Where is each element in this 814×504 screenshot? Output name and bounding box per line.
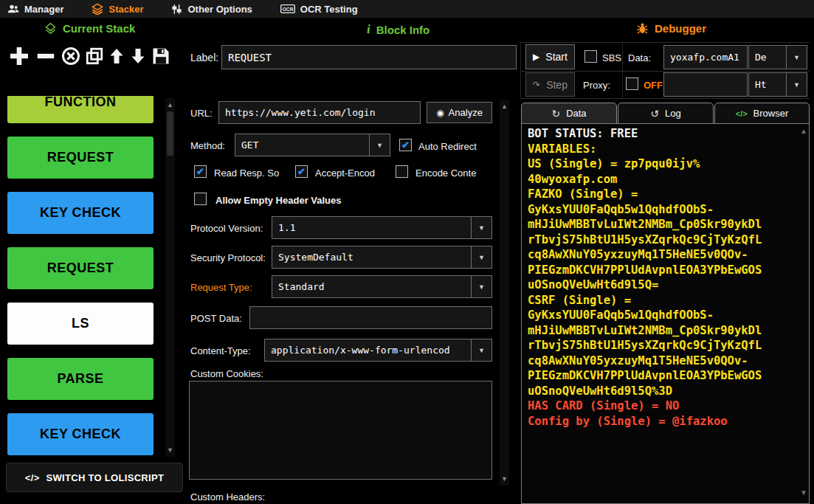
console-line: FAZKO (Single) =: [528, 187, 803, 202]
method-value: GET: [235, 134, 369, 156]
request-type-value: Standard: [272, 276, 471, 297]
console-line: rTbvjS75hBtU1H5ysXZqrkQc9CjTyKzQfL: [528, 338, 803, 353]
plus-icon: [7, 44, 31, 68]
menu-item-manager[interactable]: Manager: [7, 3, 63, 15]
play-icon: ▶: [533, 52, 539, 62]
auto-redirect-label: Auto Redirect: [418, 141, 477, 152]
start-label: Start: [545, 51, 568, 63]
console-scroll-down-arrow[interactable]: ▼: [800, 489, 807, 497]
stack-block[interactable]: PARSE: [7, 358, 154, 400]
stack-block[interactable]: LS: [7, 303, 154, 345]
divider: [521, 98, 810, 99]
sbs-checkbox[interactable]: [584, 50, 597, 63]
tab-data[interactable]: ↻ Data: [521, 103, 617, 124]
bug-icon: [636, 22, 649, 35]
menu-item-ocr-testing[interactable]: OCR OCR Testing: [280, 4, 358, 15]
analyze-button[interactable]: ◉ Analyze: [427, 102, 492, 123]
stack-block[interactable]: KEY CHECK: [7, 413, 154, 455]
console-scroll-up-arrow[interactable]: ▲: [800, 127, 807, 135]
step-label: Step: [546, 79, 568, 91]
scroll-down-arrow[interactable]: ▼: [165, 446, 175, 454]
scroll-down-arrow[interactable]: ▼: [500, 475, 509, 483]
sliders-icon: [171, 4, 182, 15]
chevron-down-icon: ▼: [369, 134, 390, 156]
console-line: PIEGzmDKCVH7PPlUdAvpnlEOA3YPbEwGOS: [528, 263, 803, 278]
console-line: mHJiUwMBBTvLuIWt2NMBm_Cp0Skr90ykDl: [528, 217, 803, 232]
menu-item-label: OCR Testing: [300, 4, 358, 15]
step-button[interactable]: ↷ Step: [525, 72, 575, 97]
security-protocol-caption: Security Protocol:: [190, 252, 266, 263]
menu-item-stacker[interactable]: Stacker: [92, 3, 143, 15]
scrollbar-thumb[interactable]: [167, 111, 173, 156]
clone-block-button[interactable]: [85, 46, 104, 66]
read-response-checkbox[interactable]: [194, 165, 207, 178]
auto-redirect-checkbox[interactable]: [399, 139, 412, 151]
data-input[interactable]: [663, 45, 748, 69]
console-line: uOSnoQVeUwHt6d9l5Q%3D: [528, 384, 803, 399]
stack-block[interactable]: REQUEST: [7, 247, 154, 289]
code-icon: </>: [25, 472, 40, 483]
switch-to-loliscript-button[interactable]: </> SWITCH TO LOLISCRIPT: [6, 463, 183, 492]
form-scrollbar[interactable]: ▲ ▼: [500, 100, 509, 486]
scroll-up-arrow[interactable]: ▲: [165, 101, 175, 108]
move-up-button[interactable]: [108, 46, 125, 66]
request-type-dropdown[interactable]: Standard ▼: [272, 275, 492, 298]
protocol-version-dropdown[interactable]: 1.1 ▼: [272, 216, 492, 239]
divider: [521, 42, 810, 43]
console-line: CSRF (Single) =: [528, 293, 803, 308]
chevron-down-icon: ▼: [786, 46, 807, 69]
proxy-input[interactable]: [663, 72, 748, 97]
sbs-label: SBS: [602, 52, 621, 63]
disable-block-button[interactable]: [61, 46, 81, 66]
chevron-down-icon: ▼: [471, 217, 491, 238]
tab-log[interactable]: ↺ Log: [618, 103, 714, 124]
accept-encoding-label: Accept-Encod: [315, 168, 375, 179]
proxy-checkbox[interactable]: [626, 77, 638, 90]
chevron-down-icon: ▼: [471, 246, 491, 268]
custom-cookies-textarea[interactable]: [189, 381, 492, 480]
url-input[interactable]: [218, 101, 421, 124]
stack-block[interactable]: REQUEST: [7, 137, 154, 179]
data-type-dropdown[interactable]: De ▼: [748, 45, 807, 69]
stack-scrollbar[interactable]: ▲ ▼: [165, 98, 175, 457]
start-button[interactable]: ▶ Start: [525, 44, 575, 69]
layers-icon: [92, 3, 103, 15]
proxy-caption: Proxy:: [583, 80, 610, 91]
divider: [520, 42, 521, 98]
allow-empty-headers-checkbox[interactable]: [194, 193, 207, 205]
post-data-caption: POST Data:: [190, 313, 242, 324]
remove-block-button[interactable]: [35, 45, 57, 67]
console-line: GyKxsYUU0FaQqb5w1QqhdfOObS-: [528, 308, 803, 323]
accept-encoding-checkbox[interactable]: [295, 165, 308, 178]
block-label-input[interactable]: [221, 45, 517, 69]
copy-icon: [85, 46, 104, 66]
method-dropdown[interactable]: GET ▼: [235, 134, 390, 156]
save-config-button[interactable]: [151, 46, 171, 66]
current-stack-title: Current Stack: [63, 22, 135, 35]
console-line: rTbvjS75hBtU1H5ysXZqrkQc9CjTyKzQfL: [528, 232, 803, 248]
console-line: BOT STATUS: FREE: [528, 126, 803, 142]
method-caption: Method:: [190, 140, 225, 151]
encode-content-checkbox[interactable]: [396, 165, 408, 178]
stack-block[interactable]: KEY CHECK: [7, 192, 154, 234]
stack-block[interactable]: FUNCTION: [7, 96, 154, 123]
console-line: Config by (Single) = @ifazkoo: [528, 414, 803, 429]
block-info-header: i Block Info: [367, 22, 430, 37]
scroll-up-arrow[interactable]: ▲: [500, 103, 509, 110]
tab-browser[interactable]: </> Browser: [714, 103, 810, 124]
top-menu-bar: Manager Stacker Other Options OCR OCR Te…: [0, 0, 814, 18]
read-response-label: Read Resp. So: [214, 168, 279, 179]
svg-text:OCR: OCR: [283, 7, 294, 12]
proxy-type-dropdown[interactable]: Ht ▼: [748, 72, 807, 97]
analyze-scan-icon: ◉: [436, 108, 444, 118]
post-data-input[interactable]: [249, 306, 492, 329]
move-down-button[interactable]: [129, 46, 147, 66]
console-line: GyKxsYUU0FaQqb5w1QqhdfOObS-: [528, 202, 803, 218]
console-line: cq8AwXNuY05yxzuyMq1T5HeNE5v0QOv-: [528, 353, 803, 369]
security-protocol-dropdown[interactable]: SystemDefault ▼: [272, 246, 492, 269]
menu-item-other-options[interactable]: Other Options: [171, 4, 252, 15]
url-caption: URL:: [190, 108, 213, 119]
add-block-button[interactable]: [7, 44, 31, 68]
block-info-title: Block Info: [376, 24, 430, 36]
content-type-dropdown[interactable]: application/x-www-form-urlencod ▼: [264, 339, 492, 362]
